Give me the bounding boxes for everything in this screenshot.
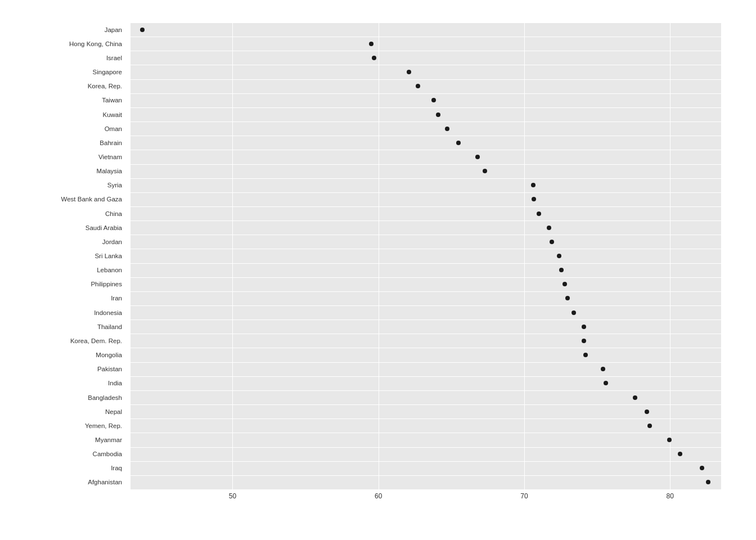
data-dot (601, 367, 605, 371)
y-axis-label: Saudi Arabia (86, 224, 122, 231)
data-dot (559, 268, 564, 272)
data-dot (475, 155, 480, 159)
data-dot (369, 42, 374, 46)
data-dot (532, 197, 536, 201)
data-dot (583, 353, 588, 357)
data-dot (407, 70, 411, 74)
y-axis-label: Yemen, Rep. (85, 422, 122, 429)
y-axis-label: Oman (105, 125, 122, 132)
y-axis-label: China (105, 210, 122, 217)
data-dot (582, 325, 586, 329)
y-axis-label: Taiwan (102, 97, 122, 104)
y-axis-label: Cambodia (93, 451, 122, 457)
data-dot (647, 424, 652, 428)
x-axis-tick-label: 60 (375, 492, 382, 500)
data-dot (537, 212, 541, 216)
data-dot (633, 395, 637, 400)
y-axis-label: Korea, Dem. Rep. (70, 338, 122, 344)
y-axis-label: Indonesia (94, 309, 122, 316)
data-dot (372, 56, 376, 60)
data-dot (456, 141, 461, 145)
x-axis-tick-label: 70 (520, 492, 528, 500)
data-dot (531, 183, 536, 187)
data-dot (140, 28, 145, 32)
data-dot (483, 169, 487, 173)
y-axis-label: Syria (107, 182, 122, 188)
data-dot (565, 296, 570, 300)
data-dot (667, 438, 672, 442)
data-dot (562, 282, 567, 286)
data-dot (706, 480, 710, 484)
x-axis-tick-label: 80 (667, 492, 674, 500)
data-dot (431, 98, 436, 102)
y-axis-label: India (108, 380, 122, 386)
data-dot (436, 112, 440, 117)
data-dot (582, 339, 586, 343)
y-axis-label: Thailand (97, 323, 122, 330)
y-axis-label: Iraq (111, 465, 122, 471)
data-dot (645, 410, 649, 414)
y-axis-label: Philippines (91, 281, 122, 287)
data-dot (700, 466, 704, 470)
y-axis-label: Lebanon (97, 267, 122, 273)
y-axis-label: Israel (106, 55, 122, 61)
y-axis-label: Bangladesh (88, 394, 122, 401)
data-dot (572, 310, 576, 315)
data-dot (550, 240, 554, 244)
data-dot (604, 381, 608, 385)
y-axis-label: Afghanistan (88, 479, 122, 485)
x-axis-labels: 50607080 (130, 492, 721, 506)
chart-container: JapanHong Kong, ChinaIsraelSingaporeKore… (0, 0, 756, 540)
data-dot (678, 452, 682, 456)
y-axis-label: Mongolia (96, 352, 122, 358)
y-axis-label: Bahrain (100, 140, 122, 146)
y-axis-label: Korea, Rep. (88, 83, 122, 89)
y-axis-label: Jordan (102, 238, 122, 245)
data-dot (445, 127, 449, 131)
y-axis-label: Malaysia (97, 168, 122, 174)
chart-wrapper: JapanHong Kong, ChinaIsraelSingaporeKore… (18, 11, 738, 529)
y-axis-labels: JapanHong Kong, ChinaIsraelSingaporeKore… (18, 22, 128, 489)
y-axis-label: Hong Kong, China (69, 40, 122, 47)
y-axis-label: Pakistan (97, 366, 122, 372)
y-axis-label: Myanmar (95, 436, 122, 443)
data-dot (547, 226, 551, 230)
data-dot (416, 84, 420, 88)
data-dot (557, 254, 561, 258)
y-axis-label: Singapore (93, 69, 122, 75)
y-axis-label: Iran (111, 295, 122, 302)
y-axis-label: Japan (105, 26, 122, 33)
y-axis-label: West Bank and Gaza (61, 196, 122, 202)
y-axis-label: Kuwait (102, 111, 122, 118)
plot-area (130, 22, 721, 489)
y-axis-label: Nepal (105, 408, 122, 415)
x-axis-tick-label: 50 (229, 492, 236, 500)
y-axis-label: Sri Lanka (94, 253, 122, 259)
y-axis-label: Vietnam (98, 154, 122, 160)
